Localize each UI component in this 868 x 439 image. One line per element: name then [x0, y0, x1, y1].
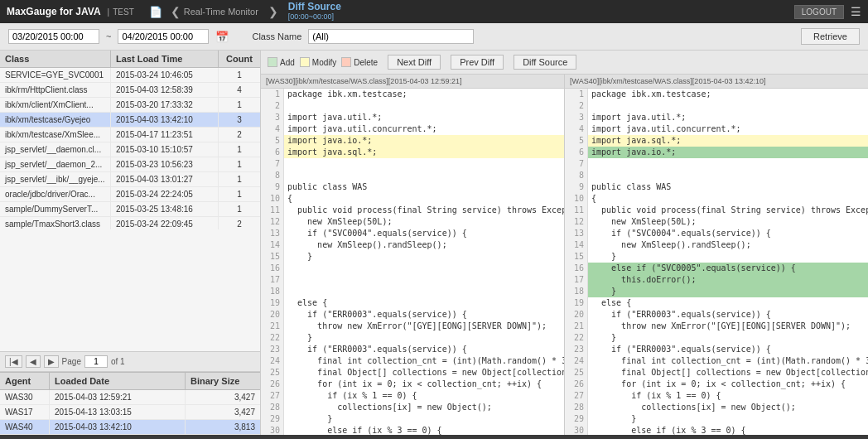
line-number: 19 — [264, 297, 280, 309]
binary-size-cell: 3,427 — [186, 405, 260, 419]
code-line: else if (ix % 3 == 0) { — [284, 425, 564, 435]
line-number: 28 — [264, 402, 280, 413]
last-load-time-cell: 2015-03-24 10:46:05 — [111, 68, 219, 82]
code-line — [588, 100, 868, 112]
menu-icon[interactable]: ☰ — [851, 5, 861, 18]
binary-size-cell: 3,813 — [186, 420, 260, 434]
page-title: Diff Source — [288, 2, 341, 12]
class-name-label: Class Name — [252, 31, 301, 41]
doc-icon[interactable]: 📄 — [149, 6, 162, 18]
logout-button[interactable]: LOGOUT — [794, 5, 844, 19]
line-number: 2 — [264, 100, 280, 112]
loaded-date-col-header: Loaded Date — [50, 373, 186, 389]
class-table-row[interactable]: ibk/rm/HttpClient.class 2015-04-03 12:58… — [0, 83, 260, 98]
prev-diff-button[interactable]: Prev Diff — [451, 55, 504, 70]
code-line: collections[ix] = new Object(); — [284, 402, 564, 413]
class-table-row[interactable]: jsp_servlet/__daemon_2... 2015-03-23 10:… — [0, 157, 260, 172]
line-number: 18 — [264, 286, 280, 297]
code-line: import java.util.concurrent.*; — [588, 123, 868, 135]
app-header: MaxGauge for JAVA | TEST 📄 ❮ Real-Time M… — [0, 0, 868, 23]
next-diff-button[interactable]: Next Diff — [388, 55, 441, 70]
page-number-input[interactable] — [84, 355, 108, 368]
code-line — [284, 286, 564, 297]
line-number: 17 — [264, 274, 280, 286]
modify-legend-box — [300, 57, 310, 67]
class-table-row[interactable]: oracle/jdbc/driver/Orac... 2015-03-24 22… — [0, 187, 260, 202]
code-line: public class WAS — [284, 181, 564, 193]
last-load-time-cell: 2015-03-24 22:09:45 — [111, 217, 219, 229]
class-table-row[interactable]: sample/DummyServerT... 2015-03-25 13:48:… — [0, 202, 260, 217]
code-line: import java.io.*; — [284, 135, 564, 147]
code-line: for (int ix = 0; ix < collection_cnt; ++… — [284, 379, 564, 390]
left-code-lines: package ibk.xm.testcase;import java.util… — [284, 89, 564, 435]
last-load-time-cell: 2015-03-20 17:33:32 — [111, 98, 219, 112]
code-line: for (int ix = 0; ix < collection_cnt; ++… — [588, 379, 868, 390]
class-name-input[interactable] — [308, 29, 474, 44]
date-to-input[interactable] — [118, 29, 209, 44]
line-number: 22 — [568, 332, 584, 344]
prev-page-button[interactable]: ◀ — [26, 355, 41, 368]
code-line: package ibk.xm.testcase; — [588, 89, 868, 100]
class-col-header: Class — [0, 51, 111, 67]
class-table-row[interactable]: sample/TmaxShort3.class 2015-03-24 22:09… — [0, 217, 260, 229]
forward-nav-icon[interactable]: ❯ — [268, 5, 278, 18]
code-line: import java.util.concurrent.*; — [284, 123, 564, 135]
breadcrumb: Real-Time Monitor — [184, 7, 258, 17]
class-table-row[interactable]: ibk/xm/testcase/XmSlee... 2015-04-17 11:… — [0, 128, 260, 142]
date-from-input[interactable] — [8, 29, 99, 44]
class-table-row[interactable]: ibk/xm/testcase/Gyejeo 2015-04-03 13:42:… — [0, 113, 260, 128]
class-cell: oracle/jdbc/driver/Orac... — [0, 187, 111, 201]
left-code-panel: [WAS30][ibk/xm/testcase/WAS.class][2015-… — [261, 75, 565, 435]
line-number: 16 — [568, 263, 584, 274]
line-number: 16 — [264, 263, 280, 274]
class-table-row[interactable]: jsp_servlet/__ibk/__gyeje... 2015-04-03 … — [0, 172, 260, 187]
code-area: [WAS30][ibk/xm/testcase/WAS.class][2015-… — [261, 75, 868, 435]
class-cell: sample/TmaxShort3.class — [0, 217, 111, 229]
last-load-time-cell: 2015-04-03 13:01:27 — [111, 172, 219, 186]
code-line: import java.sql.*; — [284, 147, 564, 158]
code-line: new XmSleep(50L); — [284, 216, 564, 228]
first-page-button[interactable]: |◀ — [5, 355, 22, 368]
next-page-button[interactable]: ▶ — [44, 355, 59, 368]
right-code-content[interactable]: 1234567891011121314151617181920212223242… — [565, 89, 868, 435]
line-number: 4 — [264, 123, 280, 135]
class-table-body: SERVICE=GYE_SVC0001 2015-03-24 10:46:05 … — [0, 68, 260, 229]
line-number: 1 — [264, 89, 280, 100]
class-table-row[interactable]: jsp_servlet/__daemon.cl... 2015-03-10 15… — [0, 142, 260, 157]
code-line: throw new XmError("[GYE][EONG][SERVER DO… — [284, 321, 564, 332]
class-table-row[interactable]: SERVICE=GYE_SVC0001 2015-03-24 10:46:05 … — [0, 68, 260, 83]
count-cell: 1 — [219, 68, 260, 82]
code-line: this.doError(); — [588, 274, 868, 286]
code-line: import java.util.*; — [588, 112, 868, 123]
diff-source-button[interactable]: Diff Source — [514, 55, 576, 70]
line-number: 24 — [568, 355, 584, 367]
line-number: 19 — [568, 297, 584, 309]
code-line: new XmSleep().randSleep(); — [284, 239, 564, 251]
code-line: } — [284, 413, 564, 425]
code-line — [284, 170, 564, 181]
agent-table-row[interactable]: WAS30 2015-04-03 12:59:21 3,427 — [0, 390, 260, 405]
count-cell: 1 — [219, 157, 260, 171]
class-table-row[interactable]: ibk/xm/client/XmClient... 2015-03-20 17:… — [0, 98, 260, 113]
line-number: 12 — [568, 216, 584, 228]
loaded-date-cell: 2015-04-03 12:59:21 — [50, 390, 186, 404]
line-number: 25 — [264, 367, 280, 379]
calendar-icon[interactable]: 📅 — [215, 31, 229, 43]
line-number: 9 — [568, 181, 584, 193]
left-line-numbers: 1234567891011121314151617181920212223242… — [261, 89, 284, 435]
last-load-time-cell: 2015-04-03 13:42:10 — [111, 113, 219, 127]
loaded-date-cell: 2015-04-13 13:03:15 — [50, 405, 186, 419]
line-number: 18 — [568, 286, 584, 297]
line-number: 8 — [264, 170, 280, 181]
retrieve-button[interactable]: Retrieve — [801, 28, 860, 45]
line-number: 5 — [568, 135, 584, 147]
last-load-time-cell: 2015-03-10 15:10:57 — [111, 142, 219, 157]
last-load-time-cell: 2015-03-24 22:24:05 — [111, 187, 219, 201]
line-number: 11 — [264, 205, 280, 216]
left-code-content[interactable]: 1234567891011121314151617181920212223242… — [261, 89, 564, 435]
last-load-time-cell: 2015-03-25 13:48:16 — [111, 202, 219, 216]
back-nav-icon[interactable]: ❮ — [171, 5, 181, 18]
agent-table-row[interactable]: WAS40 2015-04-03 13:42:10 3,813 — [0, 420, 260, 435]
agent-table-row[interactable]: WAS17 2015-04-13 13:03:15 3,427 — [0, 405, 260, 420]
line-number: 6 — [264, 147, 280, 158]
